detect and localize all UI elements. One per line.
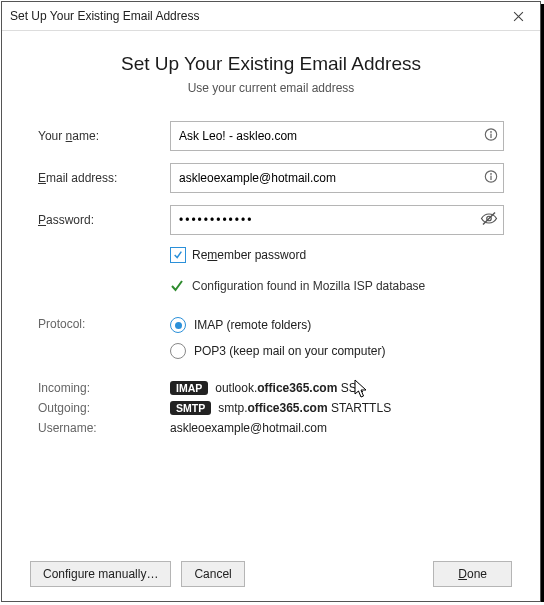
password-label: Password: xyxy=(38,213,170,227)
email-label: Email address: xyxy=(38,171,170,185)
username-label: Username: xyxy=(38,421,170,435)
remember-password-label[interactable]: Remember password xyxy=(192,248,306,262)
radio-icon xyxy=(170,317,186,333)
username-value: askleoexample@hotmail.com xyxy=(170,421,327,435)
svg-rect-2 xyxy=(490,134,491,138)
titlebar: Set Up Your Existing Email Address xyxy=(2,2,540,31)
email-input[interactable] xyxy=(170,163,504,193)
your-name-input[interactable] xyxy=(170,121,504,151)
done-button[interactable]: Done xyxy=(433,561,512,587)
protocol-imap-radio[interactable]: IMAP (remote folders) xyxy=(170,317,385,333)
page-subheading: Use your current email address xyxy=(38,81,504,95)
close-icon xyxy=(513,11,524,22)
smtp-tag: SMTP xyxy=(170,401,211,415)
config-found-status: Configuration found in Mozilla ISP datab… xyxy=(170,279,504,293)
window-title: Set Up Your Existing Email Address xyxy=(10,9,496,23)
svg-rect-5 xyxy=(490,176,491,180)
status-text: Configuration found in Mozilla ISP datab… xyxy=(192,279,425,293)
imap-tag: IMAP xyxy=(170,381,208,395)
radio-icon xyxy=(170,343,186,359)
svg-point-4 xyxy=(490,173,492,175)
window-close-button[interactable] xyxy=(496,2,540,30)
protocol-pop3-radio[interactable]: POP3 (keep mail on your computer) xyxy=(170,343,385,359)
password-input[interactable] xyxy=(170,205,504,235)
outgoing-server-value: smtp.office365.com STARTTLS xyxy=(218,401,391,415)
cancel-button[interactable]: Cancel xyxy=(181,561,244,587)
outgoing-label: Outgoing: xyxy=(38,401,170,415)
protocol-imap-label: IMAP (remote folders) xyxy=(194,318,311,332)
protocol-pop3-label: POP3 (keep mail on your computer) xyxy=(194,344,385,358)
success-check-icon xyxy=(170,279,184,293)
page-heading: Set Up Your Existing Email Address xyxy=(38,53,504,75)
toggle-password-visibility-icon[interactable] xyxy=(480,210,498,231)
configure-manually-button[interactable]: Configure manually… xyxy=(30,561,171,587)
svg-point-1 xyxy=(490,131,492,133)
protocol-label: Protocol: xyxy=(38,317,170,331)
incoming-label: Incoming: xyxy=(38,381,170,395)
info-icon[interactable] xyxy=(484,128,498,145)
info-icon[interactable] xyxy=(484,170,498,187)
remember-password-checkbox[interactable] xyxy=(170,247,186,263)
incoming-server-value: outlook.office365.com SSL xyxy=(215,381,363,395)
your-name-label: Your name: xyxy=(38,129,170,143)
check-icon xyxy=(173,250,183,260)
